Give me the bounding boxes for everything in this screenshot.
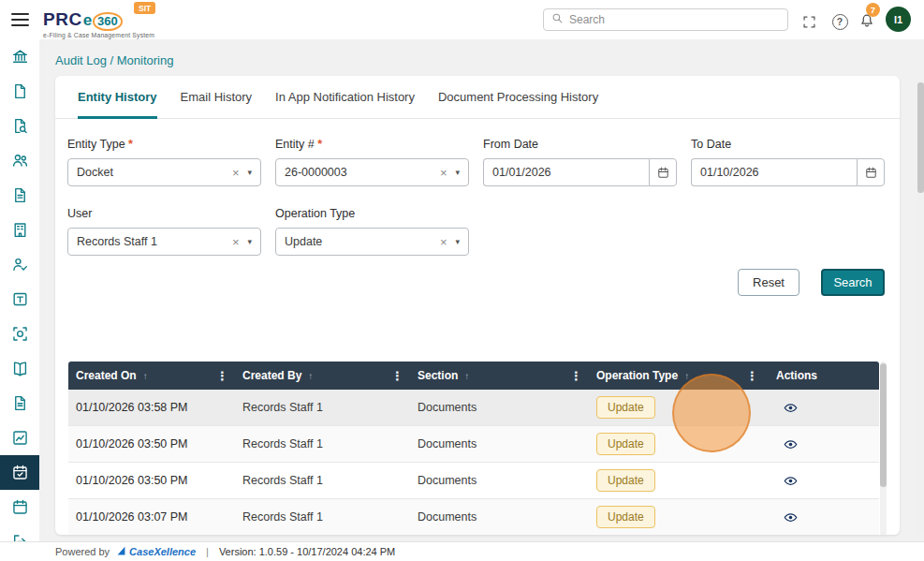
global-search[interactable] (543, 8, 788, 31)
sidebar-item-documents[interactable] (0, 386, 39, 421)
sidebar-item-organization[interactable] (0, 213, 39, 247)
table-row[interactable]: 01/10/2026 03:07 PMRecords Staff 1Docume… (68, 499, 879, 535)
logo-tagline: e-Filing & Case Management System (43, 32, 154, 38)
help-icon[interactable]: ? (830, 12, 849, 31)
to-date-input[interactable]: 01/10/2026 (691, 158, 857, 186)
sidebar-item-case-search[interactable] (0, 109, 39, 143)
selected-value: Docket (77, 166, 113, 179)
column-header-operation-type[interactable]: Operation Type↑⋮ (589, 362, 765, 390)
sidebar-item-calendar[interactable] (0, 490, 39, 524)
operation-badge: Update (596, 506, 655, 528)
sidebar-item-tasks[interactable] (0, 282, 39, 317)
sort-arrow-icon[interactable]: ↑ (308, 371, 313, 381)
reset-button[interactable]: Reset (738, 269, 799, 296)
page-scrollbar[interactable] (917, 82, 924, 534)
cell-actions (765, 474, 879, 488)
user-avatar[interactable]: I1 (886, 7, 911, 32)
calendar-icon-button[interactable] (857, 158, 885, 186)
tab-email-history[interactable]: Email History (181, 90, 253, 119)
field-entity-type: Entity Type *Docket×▾ (67, 138, 261, 186)
table-scrollbar-thumb[interactable] (880, 363, 887, 487)
casexellence-logo-icon (116, 546, 126, 558)
fullscreen-icon[interactable] (799, 12, 818, 31)
column-header-section[interactable]: Section↑⋮ (410, 362, 589, 390)
sidebar-item-reports[interactable] (0, 421, 39, 455)
sidebar-item-ledger[interactable] (0, 351, 39, 386)
view-eye-icon[interactable] (784, 437, 798, 451)
cell-actions (765, 510, 879, 524)
caret-down-icon[interactable]: ▾ (455, 237, 460, 246)
column-menu-icon[interactable]: ⋮ (746, 369, 758, 383)
view-eye-icon[interactable] (784, 510, 798, 524)
cell-created-on: 01/10/2026 03:58 PM (68, 401, 235, 414)
cell-operation-type: Update (589, 433, 765, 455)
sidebar-item-filings[interactable] (0, 74, 39, 109)
view-eye-icon[interactable] (784, 474, 798, 488)
cell-created-on: 01/10/2026 03:07 PM (68, 510, 235, 524)
sort-arrow-icon[interactable]: ↑ (464, 371, 469, 381)
app-logo[interactable]: SIT PRCe360 e-Filing & Case Management S… (43, 3, 154, 38)
cell-section: Documents (410, 401, 589, 414)
table-row[interactable]: 01/10/2026 03:50 PMRecords Staff 1Docume… (68, 463, 879, 499)
table-row[interactable]: 01/10/2026 03:58 PMRecords Staff 1Docume… (68, 390, 879, 426)
tab-in-app-notification-history[interactable]: In App Notification History (275, 90, 415, 119)
casexellence-link[interactable]: CaseXellence (116, 546, 196, 558)
field-label: User (67, 207, 261, 220)
clear-icon[interactable]: × (440, 235, 447, 249)
user-check-icon (11, 256, 29, 273)
select-controls: ×▾ (232, 235, 252, 249)
field-operation-type: Operation TypeUpdate×▾ (275, 207, 469, 256)
search-button[interactable]: Search (821, 269, 885, 296)
sidebar-item-document-scan[interactable] (0, 317, 39, 351)
caret-down-icon[interactable]: ▾ (247, 237, 252, 246)
caret-down-icon[interactable]: ▾ (247, 168, 252, 177)
calendar-icon-button[interactable] (649, 158, 677, 186)
view-eye-icon[interactable] (784, 401, 798, 415)
clear-icon[interactable]: × (232, 166, 240, 180)
selected-value: Update (285, 235, 322, 248)
sort-arrow-icon[interactable]: ↑ (684, 371, 689, 381)
selected-value: Records Staff 1 (77, 235, 157, 248)
clear-icon[interactable]: × (232, 235, 240, 249)
field-label: Entity Type * (67, 138, 261, 151)
sidebar-item-institution[interactable] (0, 39, 39, 74)
version-label: Version: 1.0.59 - 10/17/2024 04:24 PM (219, 546, 395, 557)
column-menu-icon[interactable]: ⋮ (570, 369, 582, 383)
institution-icon (11, 48, 29, 66)
cell-created-by: Records Staff 1 (235, 474, 410, 487)
user-select[interactable]: Records Staff 1×▾ (67, 228, 261, 256)
column-menu-icon[interactable]: ⋮ (216, 369, 228, 383)
entity-select[interactable]: 26-0000003×▾ (275, 158, 469, 186)
cell-operation-type: Update (589, 469, 765, 492)
entity-type-select[interactable]: Docket×▾ (67, 158, 261, 186)
sidebar-item-user-verification[interactable] (0, 247, 39, 282)
column-header-created-on[interactable]: Created On↑⋮ (68, 362, 235, 390)
building-icon (11, 221, 29, 239)
logo-prc: PRC (43, 9, 82, 30)
table-scrollbar[interactable] (880, 362, 887, 535)
sort-arrow-icon[interactable]: ↑ (143, 371, 148, 381)
sidebar-item-logout[interactable] (0, 524, 39, 541)
filter-form: Entity Type *Docket×▾Entity # *26-000000… (67, 138, 900, 256)
cell-operation-type: Update (589, 506, 765, 528)
page-scrollbar-thumb[interactable] (917, 82, 924, 193)
logo-e: e (83, 11, 92, 30)
select-controls: ×▾ (232, 166, 252, 180)
tab-entity-history[interactable]: Entity History (78, 90, 157, 119)
search-input[interactable] (569, 13, 780, 26)
column-header-created-by[interactable]: Created By↑⋮ (235, 362, 410, 390)
from-date-input[interactable]: 01/01/2026 (483, 158, 649, 186)
table-row[interactable]: 01/10/2026 03:50 PMRecords Staff 1Docume… (68, 426, 879, 463)
operation-type-select[interactable]: Update×▾ (275, 228, 469, 256)
menu-icon[interactable] (11, 13, 29, 26)
sidebar-item-parties[interactable] (0, 143, 39, 178)
field-label: To Date (691, 138, 885, 151)
column-menu-icon[interactable]: ⋮ (391, 369, 403, 383)
caret-down-icon[interactable]: ▾ (455, 168, 460, 177)
tab-document-processing-history[interactable]: Document Processing History (438, 90, 598, 119)
sidebar-item-billing[interactable] (0, 178, 39, 213)
table-header-row: Created On↑⋮Created By↑⋮Section↑⋮Operati… (68, 362, 879, 390)
column-header-actions[interactable]: Actions (765, 362, 879, 390)
sidebar-item-audit-log[interactable] (0, 455, 39, 490)
clear-icon[interactable]: × (440, 166, 447, 180)
